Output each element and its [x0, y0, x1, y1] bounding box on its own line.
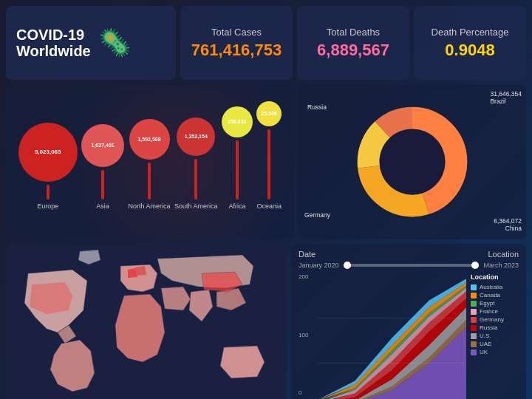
y-label-0: 0: [299, 389, 313, 396]
bubble-chart: 5,023,065Europe1,627,401Asia1,592,588Nor…: [6, 84, 294, 239]
donut-chart-svg: [349, 99, 475, 225]
y-label-100: 100: [299, 332, 313, 338]
donut-panel: 31,646,354Brazil Russia Germany 6,364,07…: [299, 84, 526, 239]
bubble-group: 1,627,401Asia: [81, 124, 124, 210]
title-card: COVID-19 Worldwide 🦠: [6, 6, 176, 80]
legend-item: UAE: [471, 341, 519, 347]
date-start: January 2020: [299, 262, 339, 269]
date-end: March 2023: [483, 262, 519, 269]
y-label-200: 200: [299, 273, 313, 280]
legend-item-label: Russia: [480, 324, 497, 331]
total-deaths-value: 6,889,567: [317, 41, 389, 60]
legend-item: UK: [471, 349, 519, 355]
bubble-bar: [267, 129, 270, 200]
legend-item-label: UK: [480, 349, 488, 355]
total-cases-value: 761,416,753: [191, 41, 282, 60]
death-pct-value: 0.9048: [445, 41, 494, 60]
area-chart: 2020 2021 2022 2023: [318, 273, 466, 399]
legend-item: Germany: [471, 316, 519, 323]
legend-item: Russia: [471, 324, 519, 331]
bubble-bar: [47, 185, 50, 200]
legend-item-label: France: [480, 308, 498, 315]
legend: LocationAustraliaCanadaEgyptFranceGerman…: [471, 273, 519, 399]
bubble-bar: [194, 159, 197, 200]
legend-dot: [471, 317, 477, 323]
title-line2: Worldwide: [16, 43, 91, 59]
bubble: 1,352,154: [177, 117, 215, 156]
donut-label-brazil: 31,646,354Brazil: [490, 90, 522, 105]
legend-item-label: Canada: [480, 292, 500, 299]
bubble-label: South America: [174, 202, 218, 210]
title-line1: COVID-19: [16, 27, 91, 43]
bubble: 258,830: [222, 106, 253, 137]
legend-dot: [471, 349, 477, 355]
total-cases-label: Total Cases: [211, 27, 262, 38]
legend-title: Location: [471, 273, 519, 281]
bubble-bar: [236, 140, 239, 200]
world-map-svg: [6, 244, 287, 399]
bubbles-container: 5,023,065Europe1,627,401Asia1,592,588Nor…: [16, 92, 284, 210]
donut-label-china: 6,364,072China: [494, 217, 522, 232]
chart-area: 200 100 0: [299, 273, 519, 399]
bubble-bar: [101, 170, 104, 200]
area-chart-svg: [318, 273, 466, 399]
legend-item-label: U.S.: [480, 332, 491, 339]
bubble-bar: [148, 163, 151, 200]
total-deaths-card: Total Deaths 6,889,567: [297, 6, 409, 80]
bubble-group: 258,830Africa: [222, 106, 253, 210]
line-chart-panel: Date Location January 2020 March 2023 20…: [291, 244, 526, 399]
svg-point-4: [379, 129, 445, 194]
date-section-label: Date: [299, 250, 316, 259]
legend-dot: [471, 293, 477, 299]
bubble-label: Europe: [37, 202, 58, 210]
donut-label-russia: Russia: [307, 103, 327, 111]
location-section-label: Location: [488, 250, 519, 259]
bubble: 1,627,401: [81, 124, 124, 167]
bubble: 5,023,065: [18, 123, 78, 182]
y-axis: 200 100 0: [299, 273, 313, 399]
date-slider-left-thumb[interactable]: [344, 262, 351, 269]
virus-icon: 🦠: [98, 27, 132, 58]
bubble-group: 25,506Oceania: [256, 101, 282, 210]
bubble: 25,506: [256, 101, 282, 126]
bubble: 1,592,588: [129, 119, 170, 160]
middle-row: 5,023,065Europe1,627,401Asia1,592,588Nor…: [6, 84, 526, 239]
legend-item: Australia: [471, 284, 519, 290]
legend-item: Canada: [471, 292, 519, 299]
total-cases-card: Total Cases 761,416,753: [180, 6, 293, 80]
chart-header: Date Location: [299, 250, 519, 259]
bubble-label: North America: [129, 202, 171, 210]
legend-item-label: Australia: [480, 284, 502, 290]
legend-item-label: Egypt: [480, 300, 494, 307]
bubble-group: 1,592,588North America: [129, 119, 171, 210]
legend-item: France: [471, 308, 519, 315]
date-range: January 2020 March 2023: [299, 262, 519, 269]
legend-dot: [471, 284, 477, 290]
legend-dot: [471, 341, 477, 347]
bubble-group: 5,023,065Europe: [18, 123, 78, 210]
donut-label-germany: Germany: [304, 211, 330, 219]
bubble-label: Africa: [228, 202, 245, 210]
bubble-label: Oceania: [257, 202, 282, 210]
legend-dot: [471, 325, 477, 331]
death-pct-card: Death Percentage 0.9048: [414, 6, 526, 80]
header-row: COVID-19 Worldwide 🦠 Total Cases 761,416…: [6, 6, 526, 80]
date-slider-right-thumb[interactable]: [471, 262, 479, 269]
legend-dot: [471, 309, 477, 315]
bottom-row: Date Location January 2020 March 2023 20…: [6, 244, 526, 399]
legend-item: Egypt: [471, 300, 519, 307]
legend-dot: [471, 301, 477, 307]
legend-item-label: UAE: [480, 341, 491, 347]
legend-dot: [471, 333, 477, 339]
world-map-panel: [6, 244, 287, 399]
bubble-group: 1,352,154South America: [174, 117, 218, 210]
title-text: COVID-19 Worldwide: [16, 27, 91, 59]
legend-item: U.S.: [471, 332, 519, 339]
total-deaths-label: Total Deaths: [327, 27, 380, 38]
legend-item-label: Germany: [480, 316, 504, 323]
bubble-label: Asia: [96, 202, 109, 210]
dashboard: COVID-19 Worldwide 🦠 Total Cases 761,416…: [0, 0, 532, 399]
date-slider-track[interactable]: [344, 264, 480, 267]
death-pct-label: Death Percentage: [432, 27, 509, 38]
